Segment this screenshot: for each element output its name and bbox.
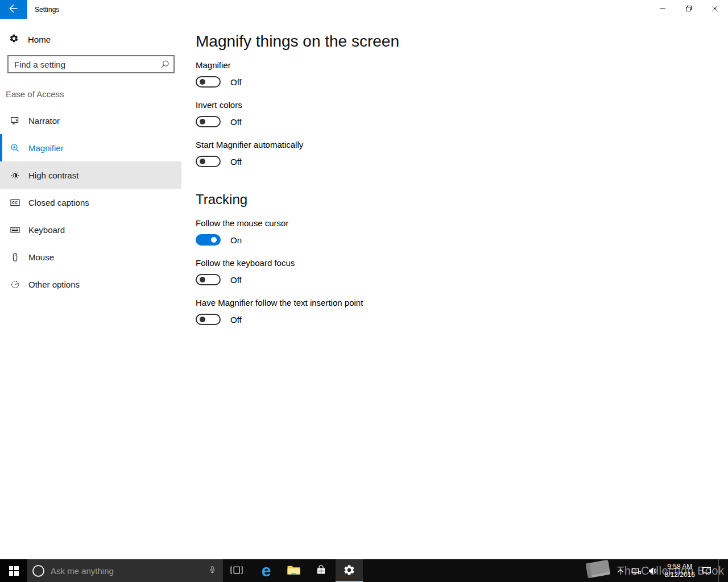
file-explorer-icon [287,564,301,577]
settings-app-button[interactable] [336,559,363,582]
windows-logo-icon [9,566,19,576]
sidebar-item-magnifier[interactable]: Magnifier [0,134,181,161]
sidebar: Home Ease of Access [0,19,181,559]
sidebar-item-home[interactable]: Home [0,28,181,51]
gear-icon [9,34,19,45]
keyboard-icon [9,225,20,235]
store-button[interactable] [307,559,334,582]
sidebar-item-label: Keyboard [28,225,65,235]
task-view-icon [230,564,243,577]
taskbar: e [0,559,728,582]
sidebar-item-narrator[interactable]: Narrator [0,107,181,134]
toggle-state-label: Off [230,315,242,325]
settings-window-body: Home Ease of Access [0,19,728,559]
start-button[interactable] [0,559,27,582]
microphone-icon[interactable] [208,564,217,577]
book-icon [584,557,613,582]
network-icon[interactable] [631,566,642,576]
sidebar-item-label: High contrast [28,171,78,180]
sidebar-item-keyboard[interactable]: Keyboard [0,216,181,243]
minimize-icon [659,5,666,14]
titlebar: Settings [0,0,728,19]
setting-follow-text-insertion-point: Have Magnifier follow the text insertion… [196,298,728,325]
window-title: Settings [35,6,59,14]
clock-time: 9:58 AM [665,563,695,571]
edge-icon: e [262,562,271,579]
window-controls [650,0,728,19]
taskbar-clock[interactable]: 9:58 AM 8/12/2016 [665,563,695,579]
mouse-icon [9,252,20,263]
toggle-invert-colors[interactable] [196,116,221,127]
toggle-state-label: On [230,235,242,245]
setting-label: Start Magnifier automatically [196,140,728,150]
toggle-start-magnifier-automatically[interactable] [196,156,221,167]
sidebar-item-label: Narrator [28,116,60,126]
page-title: Magnify things on the screen [196,32,728,51]
sidebar-item-label: Magnifier [28,143,64,153]
minimize-button[interactable] [650,0,676,19]
magnify-settings-group: Magnifier Off Invert colors Off Start Ma… [196,60,728,167]
restore-button[interactable] [676,0,702,19]
toggle-magnifier[interactable] [196,76,221,88]
action-center-icon[interactable] [701,566,712,576]
sidebar-item-label: Mouse [28,252,54,262]
cortana-search-input[interactable] [49,566,202,576]
toggle-state-label: Off [230,275,242,285]
tracking-settings-group: Tracking Follow the mouse cursor On Foll… [196,191,728,325]
setting-follow-mouse-cursor: Follow the mouse cursor On [196,218,728,246]
settings-gear-icon [343,564,355,578]
toggle-state-label: Off [230,117,242,127]
narrator-icon [9,115,20,126]
cortana-search-bar[interactable] [27,559,223,582]
settings-content: Magnify things on the screen Magnifier O… [181,19,728,559]
desktop-screen: Settings [0,0,728,582]
toggle-follow-text-insertion-point[interactable] [196,314,221,325]
file-explorer-button[interactable] [280,559,307,582]
sidebar-home-label: Home [28,35,51,44]
sidebar-item-label: Closed captions [28,198,89,207]
task-view-button[interactable] [223,559,250,582]
setting-label: Magnifier [196,60,728,70]
store-icon [315,564,327,577]
toggle-follow-keyboard-focus[interactable] [196,274,221,285]
edge-browser-button[interactable]: e [253,559,280,582]
arrow-left-icon [8,3,19,16]
volume-icon[interactable] [648,566,659,576]
restore-icon [685,5,692,14]
setting-label: Follow the keyboard focus [196,258,728,268]
close-icon [712,5,718,14]
setting-label: Have Magnifier follow the text insertion… [196,298,728,308]
back-button[interactable] [0,0,27,19]
setting-follow-keyboard-focus: Follow the keyboard focus Off [196,258,728,285]
sidebar-item-label: Other options [28,280,80,289]
search-icon [160,59,170,72]
sidebar-item-other-options[interactable]: Other options [0,271,181,298]
svg-text:CC: CC [12,201,18,205]
toggle-state-label: Off [230,77,242,87]
find-setting-input[interactable] [7,55,175,73]
find-setting-searchbox [7,55,175,73]
sidebar-item-high-contrast[interactable]: High contrast [0,161,181,189]
closed-captions-icon: CC [9,197,20,208]
toggle-state-label: Off [230,157,242,167]
sidebar-item-closed-captions[interactable]: CC Closed captions [0,189,181,216]
setting-label: Invert colors [196,100,728,110]
sidebar-item-mouse[interactable]: Mouse [0,243,181,271]
high-contrast-icon [9,170,20,181]
setting-magnifier: Magnifier Off [196,60,728,88]
clock-date: 8/12/2016 [665,571,695,579]
toggle-follow-mouse-cursor[interactable] [196,234,221,246]
setting-label: Follow the mouse cursor [196,218,728,228]
close-button[interactable] [702,0,728,19]
setting-start-magnifier-automatically: Start Magnifier automatically Off [196,140,728,167]
sidebar-group-header: Ease of Access [6,89,181,99]
setting-invert-colors: Invert colors Off [196,100,728,127]
sidebar-nav: Narrator Magnifier [0,107,181,298]
hidden-icons-chevron[interactable] [617,567,624,574]
other-options-icon [9,279,20,290]
show-desktop-button[interactable] [718,559,721,582]
magnifier-icon [9,143,20,153]
section-heading-tracking: Tracking [196,191,728,208]
cortana-icon [32,565,44,577]
system-tray: 9:58 AM 8/12/2016 [617,559,728,582]
